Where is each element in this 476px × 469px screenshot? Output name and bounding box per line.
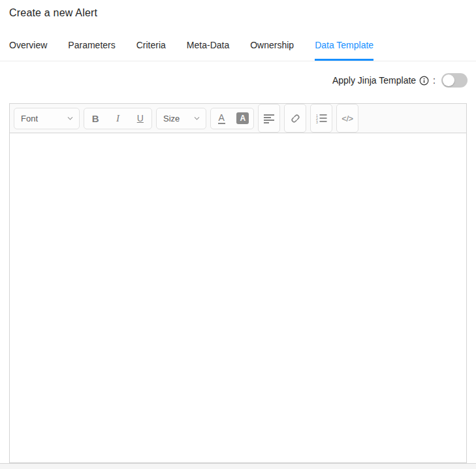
tab-overview[interactable]: Overview xyxy=(9,40,47,61)
color-group: A A xyxy=(210,108,254,129)
create-alert-page: Create a new Alert Overview Parameters C… xyxy=(0,0,476,469)
apply-jinja-colon: : xyxy=(433,75,436,86)
font-family-value: Font xyxy=(14,114,38,123)
underline-button[interactable]: U xyxy=(129,108,151,129)
text-style-group: B I U xyxy=(84,108,152,129)
tab-meta-data[interactable]: Meta-Data xyxy=(187,40,229,61)
svg-text:3: 3 xyxy=(316,120,318,123)
ordered-list-icon: 1 2 3 xyxy=(315,114,327,123)
font-family-dropdown[interactable]: Font xyxy=(14,108,80,129)
tab-parameters[interactable]: Parameters xyxy=(68,40,115,61)
apply-jinja-label: Apply Jinja Template xyxy=(332,75,416,86)
italic-button[interactable]: I xyxy=(106,108,129,129)
chevron-down-icon xyxy=(193,115,200,122)
insert-link-button[interactable] xyxy=(284,104,306,133)
page-title: Create a new Alert xyxy=(9,7,97,19)
font-size-value: Size xyxy=(157,114,180,123)
bold-button[interactable]: B xyxy=(84,108,106,129)
bottom-strip xyxy=(0,463,476,469)
toggle-knob xyxy=(443,74,454,86)
text-color-icon: A xyxy=(218,113,225,124)
tab-bar-divider xyxy=(0,61,476,61)
tab-bar: Overview Parameters Criteria Meta-Data O… xyxy=(9,40,373,61)
insert-link-icon xyxy=(289,112,302,125)
tab-data-template[interactable]: Data Template xyxy=(315,40,373,61)
highlight-color-icon: A xyxy=(236,112,249,124)
editor-toolbar: Font B I U Size A xyxy=(9,103,467,133)
info-circle-icon[interactable] xyxy=(419,76,429,86)
align-left-icon xyxy=(263,114,275,123)
apply-jinja-row: Apply Jinja Template : xyxy=(332,73,468,88)
chevron-down-icon xyxy=(67,115,74,122)
apply-jinja-toggle[interactable] xyxy=(441,73,468,88)
font-size-dropdown[interactable]: Size xyxy=(156,108,206,129)
code-view-icon: </> xyxy=(341,114,353,123)
align-left-button[interactable] xyxy=(258,104,280,133)
editor-content-area[interactable] xyxy=(9,133,467,463)
tab-ownership[interactable]: Ownership xyxy=(250,40,294,61)
code-view-button[interactable]: </> xyxy=(336,104,358,133)
rich-text-editor: Font B I U Size A xyxy=(9,103,467,463)
text-color-button[interactable]: A xyxy=(211,108,232,129)
tab-criteria[interactable]: Criteria xyxy=(136,40,166,61)
highlight-color-button[interactable]: A xyxy=(232,108,254,129)
ordered-list-button[interactable]: 1 2 3 xyxy=(310,104,332,133)
